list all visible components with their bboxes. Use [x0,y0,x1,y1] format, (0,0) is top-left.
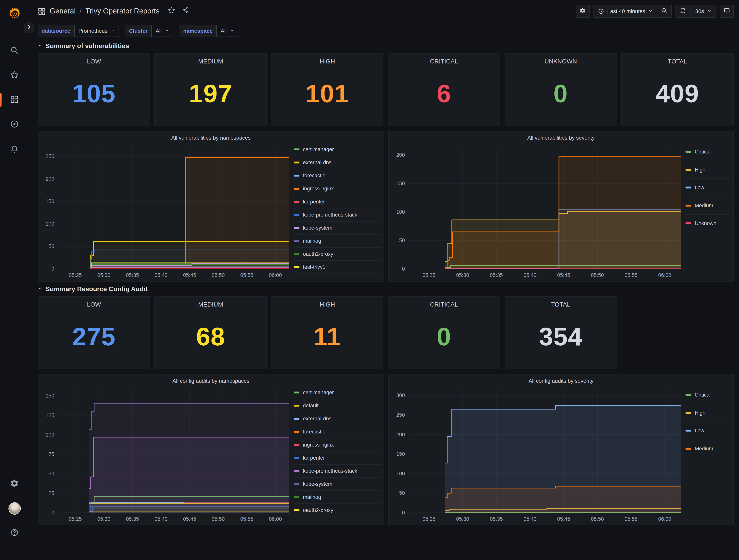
svg-text:05:25: 05:25 [69,272,82,278]
legend-item-unknown[interactable]: Unknown [686,214,730,232]
variable-label: namespace [179,25,216,37]
legend-item-critical[interactable]: Critical [686,386,730,404]
legend-item-kube-system[interactable]: kube-system [294,221,381,234]
refresh-interval-picker[interactable]: 30s [691,5,716,18]
legend-item-kube-prometheus-stack[interactable]: kube-prometheus-stack [294,464,381,477]
sidebar-item-configuration[interactable] [6,476,23,492]
legend-item-kube-prometheus-stack[interactable]: kube-prometheus-stack [294,208,381,221]
variable-value-dropdown[interactable]: All [151,25,173,37]
legend-label: kube-prometheus-stack [303,468,357,474]
sidebar-item-profile[interactable] [6,500,23,517]
legend-item-forecastle[interactable]: forecastle [294,425,381,438]
stat-value: 354 [539,308,582,369]
legend-item-low[interactable]: Low [686,421,730,439]
legend-label: oauth2-proxy [303,251,333,257]
legend-item-oauth2-proxy[interactable]: oauth2-proxy [294,504,381,517]
time-series-plot[interactable]: 05010015020025005:2505:3005:3505:4005:45… [41,143,292,279]
zoom-out-button[interactable] [657,5,672,18]
panel-title[interactable]: All config audits by namespaces [41,377,381,386]
time-series-plot[interactable]: 05010015020005:2505:3005:3505:4005:4505:… [392,143,684,279]
legend-item-cert-manager[interactable]: cert-manager [294,143,381,156]
time-series-plot[interactable]: 025507510012515005:2505:3005:3505:4005:4… [41,386,292,524]
stat-panel-total: TOTAL409 [621,53,734,126]
legend-item-ingress-nginx[interactable]: ingress-nginx [294,438,381,451]
sidebar-item-help[interactable] [6,525,23,542]
time-series-plot[interactable]: 05010015020025030005:2505:3005:3505:4005… [392,386,684,524]
legend-item-kube-system[interactable]: kube-system [294,477,381,491]
legend-swatch [686,394,691,396]
legend-label: ingress-nginx [303,186,334,192]
legend-item-oauth2-proxy[interactable]: oauth2-proxy [294,247,381,260]
legend-item-high[interactable]: High [686,404,730,421]
stat-title[interactable]: LOW [87,58,101,65]
svg-text:250: 250 [396,412,405,418]
top-bar: General / Trivy Operator Reports Last 40… [38,0,734,22]
stat-value: 0 [437,308,451,369]
config-audit-charts-row: All config audits by namespaces 02550751… [38,374,734,525]
stat-title[interactable]: HIGH [320,58,335,65]
stat-title[interactable]: CRITICAL [430,301,458,308]
stat-title[interactable]: UNKNOWN [545,58,577,65]
dashboard-grid-icon [38,7,46,15]
svg-text:05:30: 05:30 [456,516,469,522]
stat-title[interactable]: LOW [87,301,101,308]
dashboard-settings-button[interactable] [576,5,589,18]
stat-title[interactable]: MEDIUM [198,58,223,65]
section-header-vulnerabilities[interactable]: Summary of vulnerabilities [38,38,734,53]
grafana-logo[interactable] [6,6,23,23]
panel-title[interactable]: All vulnerabilities by severity [392,134,730,143]
breadcrumb-section[interactable]: General [50,7,76,15]
legend-label: forecastle [303,429,325,435]
chevron-down-icon [230,28,234,34]
legend-item-ingress-nginx[interactable]: ingress-nginx [294,182,381,195]
sidebar-item-starred[interactable] [6,67,23,84]
stat-title[interactable]: TOTAL [668,58,687,65]
legend-item-low[interactable]: Low [686,178,730,196]
svg-text:200: 200 [396,152,405,158]
legend-item-external-dns[interactable]: external-dns [294,156,381,169]
legend-item-test-trivy1[interactable]: test-trivy1 [294,260,381,273]
legend-item-medium[interactable]: Medium [686,439,730,457]
legend-swatch [294,201,299,203]
star-icon [10,70,19,80]
legend-item-forecastle[interactable]: forecastle [294,169,381,182]
svg-text:200: 200 [46,176,54,182]
legend-item-default[interactable]: default [294,399,381,412]
time-range-picker[interactable]: Last 40 minutes [593,5,657,18]
legend-item-high[interactable]: High [686,161,730,178]
sidebar-item-explore[interactable] [6,116,23,133]
legend-item-external-dns[interactable]: external-dns [294,412,381,425]
sidebar-item-alerting[interactable] [6,141,23,158]
sidebar-item-dashboards[interactable] [6,91,23,109]
legend-swatch [294,253,299,255]
svg-text:200: 200 [396,432,405,437]
legend-item-karpenter[interactable]: karpenter [294,451,381,464]
legend-label: test-trivy1 [303,264,325,270]
share-icon[interactable] [182,7,189,16]
variable-value-dropdown[interactable]: Prometheus [74,25,119,37]
stat-panel-low: LOW275 [38,296,150,369]
variable-value-dropdown[interactable]: All [216,25,238,37]
stat-title[interactable]: HIGH [320,301,335,308]
sidebar-item-search[interactable] [6,42,23,59]
legend-label: Medium [695,446,713,451]
panel-title[interactable]: All vulnerabilities by namespaces [41,134,381,143]
legend-item-cert-manager[interactable]: cert-manager [294,386,381,399]
sidebar-expand-button[interactable] [23,22,34,33]
section-header-config-audit[interactable]: Summary Resource Config Audit [38,282,734,296]
legend-item-mailhog[interactable]: mailhog [294,234,381,247]
stat-value: 68 [196,308,225,369]
legend-item-karpenter[interactable]: karpenter [294,195,381,208]
legend-item-critical[interactable]: Critical [686,143,730,161]
refresh-button[interactable] [676,5,691,18]
stat-title[interactable]: MEDIUM [198,301,223,308]
stat-title[interactable]: CRITICAL [430,58,458,65]
svg-text:05:55: 05:55 [624,272,637,278]
tv-mode-button[interactable] [720,5,734,18]
panel-title[interactable]: All config audits by severity [392,377,730,386]
legend-item-mailhog[interactable]: mailhog [294,491,381,504]
favorite-star-icon[interactable] [168,7,175,16]
panel-vulnerabilities-by-namespaces: All vulnerabilities by namespaces 050100… [38,131,384,282]
legend-item-medium[interactable]: Medium [686,196,730,214]
stat-title[interactable]: TOTAL [551,301,570,308]
